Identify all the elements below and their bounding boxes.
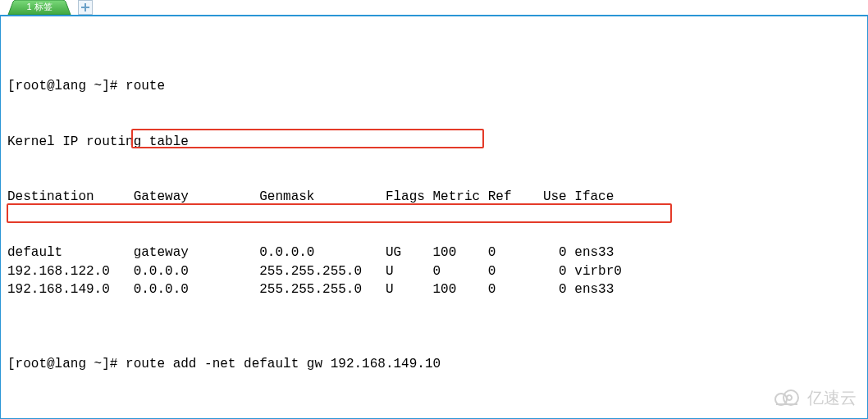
table-header: Destination Gateway Genmask Flags Metric…: [7, 188, 866, 207]
add-tab-button[interactable]: [78, 0, 93, 15]
table-row: 192.168.122.0 0.0.0.0 255.255.255.0 U 0 …: [7, 262, 866, 281]
output-text: Kernel IP routing table: [7, 134, 189, 149]
watermark: 亿速云: [771, 388, 857, 408]
command-text: route: [126, 79, 165, 93]
active-tab[interactable]: 1 标签: [5, 0, 74, 15]
prompt: [root@lang ~]#: [7, 79, 126, 93]
plus-icon: [81, 3, 89, 11]
svg-rect-1: [81, 7, 89, 8]
command-text: route add -net default gw 192.168.149.10: [126, 357, 441, 371]
tab-label: 1 标签: [5, 1, 74, 12]
term-line: [root@lang ~]# route: [7, 77, 866, 96]
cloud-icon: [771, 388, 802, 408]
prompt: [root@lang ~]#: [7, 357, 126, 371]
term-line: Kernel IP routing table: [7, 133, 866, 152]
tab-bar: 1 标签: [0, 0, 868, 15]
watermark-text: 亿速云: [807, 389, 857, 408]
terminal-pane[interactable]: [root@lang ~]# route Kernel IP routing t…: [0, 15, 868, 419]
term-line: [root@lang ~]# route add -net default gw…: [7, 355, 866, 374]
table-row: 192.168.149.0 0.0.0.0 255.255.255.0 U 10…: [7, 280, 866, 299]
table-row: default gateway 0.0.0.0 UG 100 0 0 ens33: [7, 244, 866, 262]
